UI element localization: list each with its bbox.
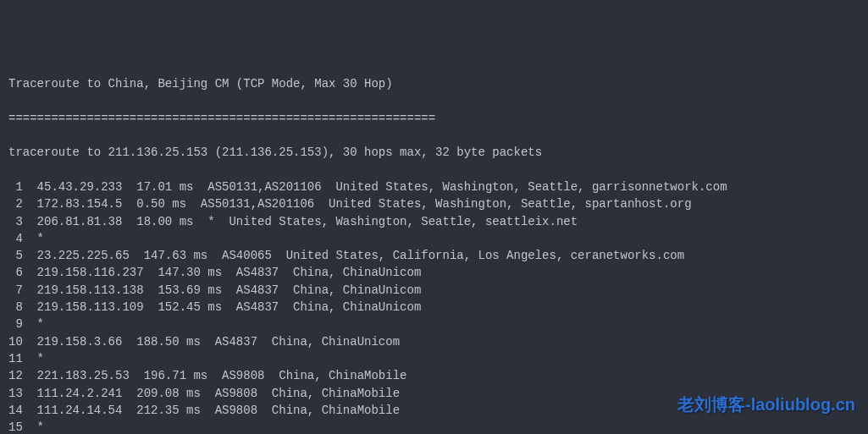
hop-row: 6 219.158.116.237 147.30 ms AS4837 China…	[8, 264, 860, 281]
separator-line: ========================================…	[8, 110, 860, 127]
hop-row: 9 *	[8, 316, 860, 332]
hop-row: 5 23.225.225.65 147.63 ms AS40065 United…	[8, 247, 860, 264]
hop-row: 15 *	[8, 419, 860, 434]
hop-row: 12 221.183.25.53 196.71 ms AS9808 China,…	[8, 367, 860, 384]
watermark-en: -laoliublog.cn	[745, 395, 855, 414]
hop-row: 11 *	[8, 350, 860, 367]
hop-row: 10 219.158.3.66 188.50 ms AS4837 China, …	[8, 333, 860, 350]
hop-row: 4 *	[8, 230, 860, 247]
watermark-cn: 老刘博客	[677, 395, 745, 414]
watermark: 老刘博客-laoliublog.cn	[677, 393, 855, 417]
hop-row: 1 45.43.29.233 17.01 ms AS50131,AS201106…	[8, 179, 860, 195]
hop-row: 3 206.81.81.38 18.00 ms * United States,…	[8, 213, 860, 230]
traceroute-summary: traceroute to 211.136.25.153 (211.136.25…	[8, 144, 860, 161]
hop-row: 8 219.158.113.109 152.45 ms AS4837 China…	[8, 299, 860, 316]
hop-row: 2 172.83.154.5 0.50 ms AS50131,AS201106 …	[8, 195, 860, 212]
traceroute-title: Traceroute to China, Beijing CM (TCP Mod…	[8, 75, 860, 92]
hop-row: 7 219.158.113.138 153.69 ms AS4837 China…	[8, 282, 860, 299]
